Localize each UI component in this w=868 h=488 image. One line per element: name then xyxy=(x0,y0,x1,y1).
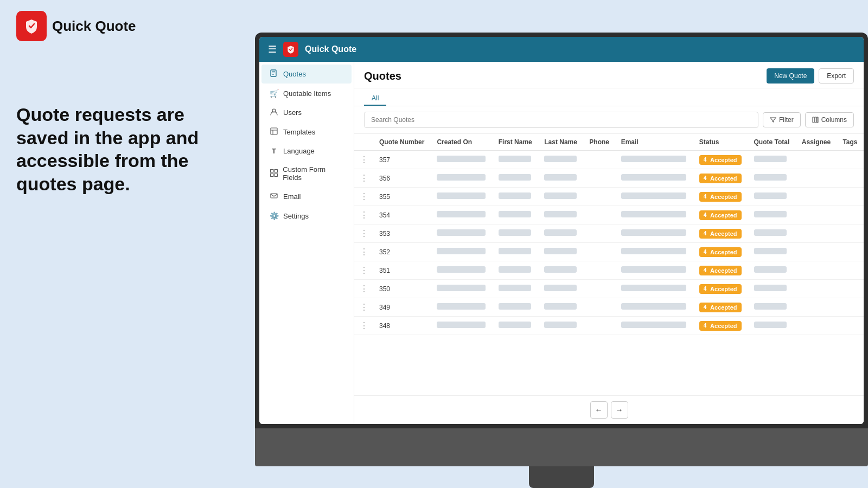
tags-cell xyxy=(837,224,864,243)
email-cell xyxy=(616,317,694,335)
status-cell: Accepted xyxy=(694,151,749,169)
table-row[interactable]: ⋮ 348 Accepted xyxy=(354,317,864,335)
col-last-name[interactable]: Last Name xyxy=(539,134,584,151)
row-menu-dots[interactable]: ⋮ xyxy=(354,280,374,298)
first-name-cell xyxy=(493,169,539,188)
table-row[interactable]: ⋮ 349 Accepted xyxy=(354,298,864,317)
phone-cell xyxy=(584,280,615,298)
row-menu-dots[interactable]: ⋮ xyxy=(354,317,374,335)
next-page-button[interactable]: → xyxy=(611,401,628,419)
sidebar-item-quotes[interactable]: Quotes xyxy=(261,65,352,84)
columns-button[interactable]: Columns xyxy=(805,112,854,127)
tags-cell xyxy=(837,280,864,298)
row-menu-dots[interactable]: ⋮ xyxy=(354,151,374,169)
table-row[interactable]: ⋮ 357 Accepted xyxy=(354,151,864,169)
search-input[interactable] xyxy=(364,112,758,128)
email-cell xyxy=(616,151,694,169)
assignee-cell xyxy=(796,243,838,261)
search-input-wrap xyxy=(364,112,758,128)
table-row[interactable]: ⋮ 354 Accepted xyxy=(354,206,864,224)
columns-icon xyxy=(812,117,819,123)
assignee-cell xyxy=(796,169,838,188)
row-menu-dots[interactable]: ⋮ xyxy=(354,169,374,188)
status-badge: Accepted xyxy=(699,192,742,202)
content-header: Quotes New Quote Export xyxy=(354,62,864,88)
quotes-table: Quote Number Created On First Name Last … xyxy=(354,134,864,335)
tags-cell xyxy=(837,317,864,335)
svg-rect-12 xyxy=(270,174,273,177)
table-row[interactable]: ⋮ 353 Accepted xyxy=(354,224,864,243)
email-cell xyxy=(616,261,694,280)
sidebar-label-users: Users xyxy=(283,108,302,117)
col-first-name[interactable]: First Name xyxy=(493,134,539,151)
col-tags[interactable]: Tags xyxy=(837,134,864,151)
table-row[interactable]: ⋮ 351 Accepted xyxy=(354,261,864,280)
sidebar-item-templates[interactable]: Templates xyxy=(261,123,352,142)
prev-page-button[interactable]: ← xyxy=(590,401,608,419)
sidebar-item-custom-form-fields[interactable]: Custom Form Fields xyxy=(261,160,352,187)
created-on-cell xyxy=(431,317,493,335)
col-created-on[interactable]: Created On xyxy=(431,134,493,151)
main-content: Quotes New Quote Export All xyxy=(354,62,864,424)
page-title: Quotes xyxy=(364,70,401,82)
quotes-table-container[interactable]: Quote Number Created On First Name Last … xyxy=(354,134,864,395)
quote-number-cell: 352 xyxy=(374,243,431,261)
table-row[interactable]: ⋮ 356 Accepted xyxy=(354,169,864,188)
col-email[interactable]: Email xyxy=(616,134,694,151)
row-menu-dots[interactable]: ⋮ xyxy=(354,188,374,206)
svg-rect-11 xyxy=(275,169,278,172)
sidebar-item-quotable-items[interactable]: 🛒 Quotable Items xyxy=(261,84,352,102)
svg-rect-7 xyxy=(271,128,277,134)
pagination: ← → xyxy=(354,395,864,424)
hamburger-icon[interactable]: ☰ xyxy=(268,43,277,55)
created-on-cell xyxy=(431,206,493,224)
sidebar-label-quotable-items: Quotable Items xyxy=(283,89,331,98)
col-quote-total[interactable]: Quote Total xyxy=(749,134,796,151)
table-row[interactable]: ⋮ 352 Accepted xyxy=(354,243,864,261)
first-name-cell xyxy=(493,206,539,224)
status-cell: Accepted xyxy=(694,261,749,280)
table-row[interactable]: ⋮ 350 Accepted xyxy=(354,280,864,298)
created-on-cell xyxy=(431,169,493,188)
row-menu-dots[interactable]: ⋮ xyxy=(354,224,374,243)
quote-number-cell: 355 xyxy=(374,188,431,206)
phone-cell xyxy=(584,169,615,188)
first-name-cell xyxy=(493,151,539,169)
quote-number-cell: 357 xyxy=(374,151,431,169)
col-quote-number[interactable]: Quote Number xyxy=(374,134,431,151)
row-menu-dots[interactable]: ⋮ xyxy=(354,261,374,280)
quote-total-cell xyxy=(749,206,796,224)
new-quote-button[interactable]: New Quote xyxy=(767,68,814,84)
last-name-cell xyxy=(539,188,584,206)
col-menu xyxy=(354,134,374,151)
tab-all[interactable]: All xyxy=(364,92,386,106)
svg-rect-15 xyxy=(813,117,814,123)
app-window: ☰ Quick Quote xyxy=(259,37,864,424)
row-menu-dots[interactable]: ⋮ xyxy=(354,206,374,224)
filter-button[interactable]: Filter xyxy=(763,112,801,127)
filter-icon xyxy=(770,117,776,123)
table-row[interactable]: ⋮ 355 Accepted xyxy=(354,188,864,206)
email-cell xyxy=(616,188,694,206)
row-menu-dots[interactable]: ⋮ xyxy=(354,243,374,261)
header-buttons: New Quote Export xyxy=(767,68,854,84)
col-assignee[interactable]: Assignee xyxy=(796,134,838,151)
quote-total-cell xyxy=(749,151,796,169)
tags-cell xyxy=(837,151,864,169)
row-menu-dots[interactable]: ⋮ xyxy=(354,298,374,317)
sidebar-label-settings: Settings xyxy=(283,212,309,220)
assignee-cell xyxy=(796,206,838,224)
monitor-stand xyxy=(529,466,594,488)
col-status[interactable]: Status xyxy=(694,134,749,151)
export-button[interactable]: Export xyxy=(819,68,854,84)
status-cell: Accepted xyxy=(694,169,749,188)
sidebar-item-language[interactable]: T Language xyxy=(261,142,352,160)
status-cell: Accepted xyxy=(694,224,749,243)
tags-cell xyxy=(837,169,864,188)
col-phone[interactable]: Phone xyxy=(584,134,615,151)
sidebar-item-email[interactable]: Email xyxy=(261,187,352,206)
sidebar-item-settings[interactable]: ⚙️ Settings xyxy=(261,207,352,225)
last-name-cell xyxy=(539,298,584,317)
sidebar-item-users[interactable]: Users xyxy=(261,103,352,122)
first-name-cell xyxy=(493,317,539,335)
